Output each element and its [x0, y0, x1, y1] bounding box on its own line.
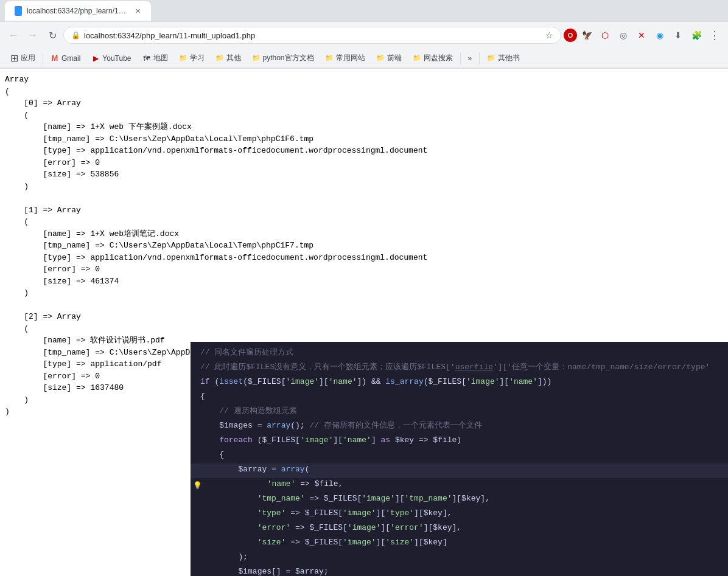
tab-title: localhost:63342/php_learn/11-multi_uploa…	[27, 7, 128, 15]
bookmark-star-icon[interactable]: ☆	[545, 30, 553, 40]
extension-icon-1[interactable]: 🦅	[578, 27, 595, 44]
extension-icon-4[interactable]: ✕	[633, 27, 650, 44]
code-text-1: // 同名文件遍历处理方式	[200, 347, 718, 359]
bookmark-other[interactable]: 📁 其他	[211, 51, 246, 66]
output-line-3: [0] => Array	[5, 97, 723, 109]
netdisk-icon: 📁	[413, 54, 421, 63]
code-text-11: 'tmp_name' => $_FILES['image']['tmp_name…	[200, 493, 718, 505]
address-text: localhost:63342/php_learn/11-multi_uploa…	[84, 31, 542, 40]
back-button[interactable]: ←	[5, 27, 22, 44]
bookmark-python-label: python官方文档	[263, 53, 314, 63]
output-line-8: [error] => 0	[5, 157, 723, 169]
bookmark-more[interactable]: »	[463, 51, 477, 66]
code-text-10: 'name' => $file,	[200, 478, 718, 491]
output-line-2: (	[5, 86, 723, 98]
downloads-icon[interactable]: ⬇	[670, 27, 687, 44]
bookmark-maps-label: 地图	[153, 53, 168, 63]
forward-button[interactable]: →	[24, 27, 41, 44]
output-line-7: [type] => application/vnd.openxmlformats…	[5, 145, 723, 157]
more-menu-button[interactable]: ⋮	[706, 27, 723, 44]
code-line-1: // 同名文件遍历处理方式	[191, 347, 728, 361]
code-line-10: 💡 'name' => $file,	[191, 478, 728, 493]
extensions-puzzle-icon[interactable]: 🧩	[688, 27, 705, 44]
extension-icon-3[interactable]: ◎	[615, 27, 632, 44]
code-text-9: $array = array(	[200, 463, 718, 476]
code-text-5: // 遍历构造数组元素	[200, 405, 718, 418]
code-line-11: 'tmp_name' => $_FILES['image']['tmp_name…	[191, 493, 728, 507]
output-line-18: )	[5, 287, 723, 299]
code-overlay: // 同名文件遍历处理方式 // 此时遍历$FILES没有意义，只有一个数组元素…	[191, 342, 728, 576]
bookmark-apps[interactable]: ⊞ 应用	[5, 51, 40, 66]
output-line-12: (	[5, 216, 723, 228]
apps-icon: ⊞	[10, 54, 18, 63]
common-icon: 📁	[325, 54, 334, 63]
output-line-4: (	[5, 109, 723, 122]
bookmark-common[interactable]: 📁 常用网站	[320, 51, 370, 66]
code-line-8: {	[191, 449, 728, 463]
active-tab[interactable]: 🌐 localhost:63342/php_learn/11-multi_upl…	[5, 1, 151, 21]
code-line-6: $images = array(); // 存储所有的文件信息，一个元素代表一个…	[191, 420, 728, 434]
code-text-4: {	[200, 390, 718, 403]
profile-icon[interactable]: O	[564, 29, 577, 42]
bookmark-frontend[interactable]: 📁 前端	[371, 51, 407, 66]
toolbar-icons: O 🦅 ⬡ ◎ ✕ ◉ ⬇ 🧩 ⋮	[564, 27, 723, 44]
bookmark-gmail[interactable]: M Gmail	[46, 51, 85, 66]
bookmark-youtube-label: YouTube	[102, 54, 131, 63]
code-line-4: {	[191, 390, 728, 405]
python-icon: 📁	[252, 54, 261, 63]
code-line-14: 'size' => $_FILES['image']['size'][$key]	[191, 536, 728, 551]
code-text-2: // 此时遍历$FILES没有意义，只有一个数组元素；应该遍历$FILES['u…	[200, 361, 718, 374]
code-line-3: if (isset($_FILES['image']['name']) && i…	[191, 376, 728, 390]
code-line-5: // 遍历构造数组元素	[191, 405, 728, 420]
code-line-15: );	[191, 551, 728, 566]
othersites-icon: 📁	[487, 54, 495, 63]
output-line-20: (	[5, 323, 723, 335]
tab-bar: 🌐 localhost:63342/php_learn/11-multi_upl…	[0, 0, 728, 22]
bookmark-separator-2	[460, 52, 461, 64]
output-line-1: Array	[5, 74, 723, 86]
bookmark-othersites[interactable]: 📁 其他书	[482, 51, 525, 66]
bookmark-separator-3	[479, 52, 480, 64]
code-text-15: );	[200, 551, 718, 564]
output-line-11: [1] => Array	[5, 204, 723, 217]
code-text-16: $images[] = $array;	[200, 566, 718, 576]
bookmark-separator-1	[43, 52, 43, 64]
tab-close-button[interactable]: ✕	[135, 6, 141, 16]
output-line-15: [type] => application/vnd.openxmlformats…	[5, 252, 723, 264]
bookmark-common-label: 常用网站	[336, 53, 365, 63]
code-line-12: 'type' => $_FILES['image']['type'][$key]…	[191, 507, 728, 522]
bookmark-apps-label: 应用	[21, 53, 35, 63]
lightbulb-icon: 💡	[193, 481, 202, 492]
code-text-13: 'error' => $_FILES['image']['error'][$ke…	[200, 522, 718, 535]
output-line-9: [size] => 538856	[5, 168, 723, 181]
other-icon: 📁	[215, 54, 224, 63]
address-bar[interactable]: 🔒 localhost:63342/php_learn/11-multi_upl…	[63, 27, 561, 44]
browser-chrome: 🌐 localhost:63342/php_learn/11-multi_upl…	[0, 0, 728, 69]
bookmark-other-label: 其他	[226, 53, 241, 63]
output-spacer-2	[5, 299, 723, 311]
extension-icon-2[interactable]: ⬡	[597, 27, 614, 44]
bookmark-netdisk[interactable]: 📁 网盘搜索	[408, 51, 458, 66]
bookmark-youtube[interactable]: ▶ YouTube	[86, 51, 136, 66]
bookmark-python[interactable]: 📁 python官方文档	[247, 51, 319, 66]
code-line-13: 'error' => $_FILES['image']['error'][$ke…	[191, 522, 728, 536]
bookmark-othersites-label: 其他书	[498, 53, 520, 63]
bookmark-study-label: 学习	[190, 53, 205, 63]
output-line-5: [name] => 1+X web 下午案例题.docx	[5, 121, 723, 133]
gmail-icon: M	[51, 54, 59, 63]
output-line-19: [2] => Array	[5, 311, 723, 323]
bookmark-study[interactable]: 📁 学习	[174, 51, 209, 66]
bookmark-maps[interactable]: 🗺 地图	[138, 51, 173, 66]
youtube-icon: ▶	[91, 54, 100, 63]
code-line-2: // 此时遍历$FILES没有意义，只有一个数组元素；应该遍历$FILES['u…	[191, 361, 728, 376]
page-content: Array ( [0] => Array ( [name] => 1+X web…	[0, 69, 728, 576]
code-text-8: {	[200, 449, 718, 462]
code-line-9: $array = array(	[191, 463, 728, 478]
output-line-10: )	[5, 181, 723, 193]
reload-button[interactable]: ↻	[44, 27, 61, 44]
code-line-16: $images[] = $array;	[191, 566, 728, 576]
extension-icon-5[interactable]: ◉	[651, 27, 668, 44]
bookmark-netdisk-label: 网盘搜索	[424, 53, 453, 63]
code-text-3: if (isset($_FILES['image']['name']) && i…	[200, 376, 718, 389]
code-text-6: $images = array(); // 存储所有的文件信息，一个元素代表一个…	[200, 420, 718, 432]
